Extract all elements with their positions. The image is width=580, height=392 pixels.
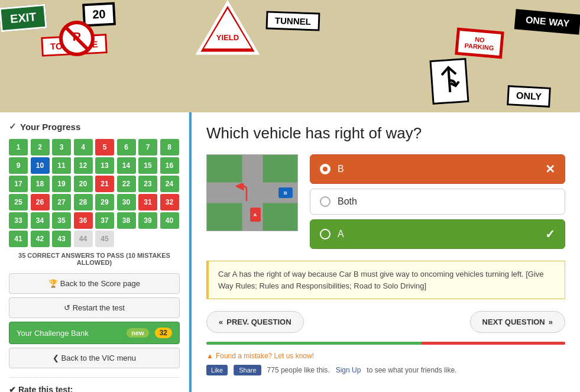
grid-cell-39[interactable]: 39 bbox=[138, 212, 157, 229]
grid-cell-24[interactable]: 24 bbox=[160, 176, 179, 192]
grid-cell-43[interactable]: 43 bbox=[52, 231, 71, 247]
question-body: A B bbox=[206, 154, 565, 249]
explanation: Car A has the right of way because Car B… bbox=[206, 261, 565, 299]
grid-cell-8[interactable]: 8 bbox=[160, 139, 179, 155]
grid-cell-12[interactable]: 12 bbox=[74, 157, 93, 174]
grid-cell-41[interactable]: 41 bbox=[9, 231, 28, 247]
grid-cell-34[interactable]: 34 bbox=[31, 212, 50, 229]
facebook-like-button[interactable]: Like bbox=[206, 365, 228, 375]
challenge-btn-row: Your Challenge Bank new 32 bbox=[17, 328, 172, 338]
grid-cell-18[interactable]: 18 bbox=[31, 176, 50, 192]
progress-bar-fill bbox=[206, 342, 565, 345]
grid-cell-36[interactable]: 36 bbox=[74, 212, 93, 229]
grid-cell-7[interactable]: 7 bbox=[138, 139, 157, 155]
radio-dot-b bbox=[323, 167, 328, 171]
facebook-share-button[interactable]: Share bbox=[234, 365, 261, 375]
grid-cell-11[interactable]: 11 bbox=[52, 157, 71, 174]
grid-cell-42[interactable]: 42 bbox=[31, 231, 50, 247]
only-sign: ONLY bbox=[507, 85, 551, 108]
grid-cell-27[interactable]: 27 bbox=[52, 194, 71, 210]
no-turn-sign: R bbox=[59, 21, 95, 58]
grid-cell-31[interactable]: 31 bbox=[138, 194, 157, 210]
social-count: 775 people like this. bbox=[267, 366, 330, 374]
grid-cell-38[interactable]: 38 bbox=[117, 212, 136, 229]
one-way-sign: ONE WAY bbox=[514, 9, 580, 34]
intersection-diagram: A B bbox=[206, 154, 298, 231]
svg-text:R: R bbox=[73, 30, 82, 43]
grid-cell-2[interactable]: 2 bbox=[31, 139, 50, 155]
grid-cell-19[interactable]: 19 bbox=[52, 176, 71, 192]
correct-icon: ✓ bbox=[545, 227, 555, 241]
grid-cell-3[interactable]: 3 bbox=[52, 139, 71, 155]
prev-label: PREV. QUESTION bbox=[226, 318, 291, 326]
no-parking-sign: NOPARKING bbox=[455, 28, 504, 59]
restart-test-button[interactable]: ↺ Restart the test bbox=[9, 297, 180, 318]
nav-buttons: « PREV. QUESTION NEXT QUESTION » bbox=[206, 311, 565, 333]
grid-cell-44[interactable]: 44 bbox=[74, 231, 93, 247]
progress-green bbox=[206, 342, 422, 345]
grid-cell-28[interactable]: 28 bbox=[74, 194, 93, 210]
grid-cell-13[interactable]: 13 bbox=[95, 157, 114, 174]
challenge-bank-button[interactable]: Your Challenge Bank new 32 bbox=[9, 322, 180, 344]
answer-option-a[interactable]: A ✓ bbox=[310, 219, 565, 249]
grid-cell-25[interactable]: 25 bbox=[9, 194, 28, 210]
question-title: Which vehicle has right of way? bbox=[206, 124, 565, 142]
grid-cell-40[interactable]: 40 bbox=[160, 212, 179, 229]
grid-cell-45[interactable]: 45 bbox=[95, 231, 114, 247]
answer-b-label: B bbox=[338, 164, 545, 174]
back-vic-label: Back to the VIC menu bbox=[61, 354, 136, 362]
answer-a-label: A bbox=[338, 229, 545, 239]
grid-cell-20[interactable]: 20 bbox=[74, 176, 93, 192]
grid-cell-9[interactable]: 9 bbox=[9, 157, 28, 174]
back-icon: ❮ bbox=[53, 354, 59, 362]
next-icon: » bbox=[549, 318, 553, 326]
check-icon: ✔ bbox=[9, 385, 16, 392]
mistake-link[interactable]: Found a mistake? Let us know! bbox=[216, 352, 314, 360]
pass-info: 35 correct answers to pass (10 mistakes … bbox=[9, 252, 180, 266]
challenge-label: Your Challenge Bank bbox=[17, 329, 127, 338]
car-a: A bbox=[250, 208, 261, 222]
radio-a bbox=[320, 229, 330, 239]
next-label: NEXT QUESTION bbox=[482, 318, 545, 326]
car-b: B bbox=[278, 187, 293, 198]
rate-title: Rate this test: bbox=[18, 385, 73, 392]
grid-cell-29[interactable]: 29 bbox=[95, 194, 114, 210]
grid-cell-15[interactable]: 15 bbox=[138, 157, 157, 174]
grid-cell-26[interactable]: 26 bbox=[31, 194, 50, 210]
back-to-vic-button[interactable]: ❮ Back to the VIC menu bbox=[9, 348, 180, 368]
grid-cell-14[interactable]: 14 bbox=[117, 157, 136, 174]
main-content: ✓ Your Progress 123456789101112131415161… bbox=[0, 112, 580, 392]
back-to-score-button[interactable]: 🏆 Back to the Score page bbox=[9, 273, 180, 294]
grid-cell-22[interactable]: 22 bbox=[117, 176, 136, 192]
challenge-badges: new 32 bbox=[127, 328, 172, 338]
grid-cell-1[interactable]: 1 bbox=[9, 139, 28, 155]
wrong-icon: ✕ bbox=[545, 162, 555, 176]
grid-cell-5[interactable]: 5 bbox=[95, 139, 114, 155]
question-area: Which vehicle has right of way? A B bbox=[192, 112, 580, 392]
progress-bar-track bbox=[206, 342, 565, 345]
chevron-icon: ✓ bbox=[9, 121, 17, 132]
grid-cell-17[interactable]: 17 bbox=[9, 176, 28, 192]
grid-cell-21[interactable]: 21 bbox=[95, 176, 114, 192]
prev-question-button[interactable]: « PREV. QUESTION bbox=[206, 311, 304, 333]
grid-cell-23[interactable]: 23 bbox=[138, 176, 157, 192]
grid-cell-37[interactable]: 37 bbox=[95, 212, 114, 229]
svg-text:YIELD: YIELD bbox=[216, 33, 239, 42]
grid-cell-16[interactable]: 16 bbox=[160, 157, 179, 174]
restart-icon: ↺ bbox=[64, 303, 70, 312]
next-question-button[interactable]: NEXT QUESTION » bbox=[470, 311, 565, 333]
answer-options: B ✕ Both A ✓ bbox=[310, 154, 565, 249]
grid-cell-33[interactable]: 33 bbox=[9, 212, 28, 229]
number-grid: 1234567891011121314151617181920212223242… bbox=[9, 139, 180, 247]
grid-cell-30[interactable]: 30 bbox=[117, 194, 136, 210]
answer-option-b[interactable]: B ✕ bbox=[310, 154, 565, 184]
restart-label: Restart the test bbox=[73, 303, 125, 312]
answer-option-both[interactable]: Both bbox=[310, 189, 565, 215]
grid-cell-32[interactable]: 32 bbox=[160, 194, 179, 210]
grid-cell-4[interactable]: 4 bbox=[74, 139, 93, 155]
tunnel-sign: TUNNEL bbox=[265, 11, 320, 31]
grid-cell-35[interactable]: 35 bbox=[52, 212, 71, 229]
grid-cell-6[interactable]: 6 bbox=[117, 139, 136, 155]
grid-cell-10[interactable]: 10 bbox=[31, 157, 50, 174]
social-signup-link[interactable]: Sign Up bbox=[336, 366, 361, 374]
